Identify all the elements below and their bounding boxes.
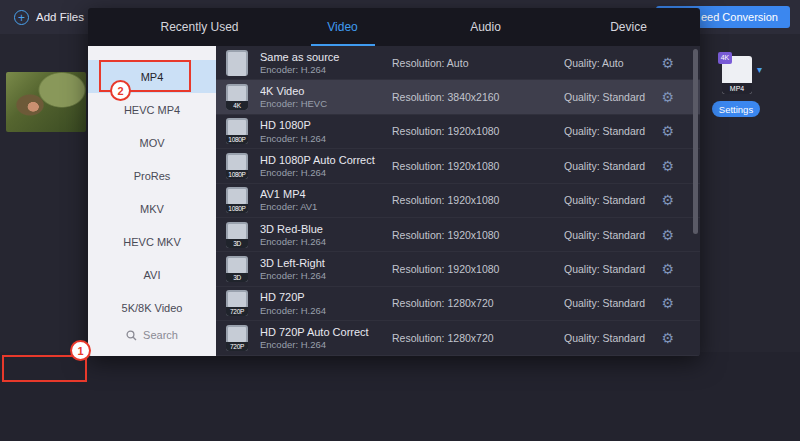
settings-button[interactable]: Settings [712,101,760,117]
video-format-icon [226,50,248,76]
search-icon [126,330,137,341]
preset-name-block: AV1 MP4 Encoder: AV1 [260,187,390,213]
preset-row[interactable]: 1080P HD 1080P Encoder: H.264 Resolution… [216,115,700,149]
add-files-label: Add Files [36,11,84,23]
format-badge: 1080P [226,170,248,179]
preset-encoder: Encoder: AV1 [260,201,390,213]
scrollbar-thumb[interactable] [693,49,698,234]
preset-settings-gear-icon[interactable]: ⚙ [661,123,674,139]
sidebar-item-5k-8k-video[interactable]: 5K/8K Video [88,291,216,324]
file-page-shape [228,327,246,342]
file-page-shape [228,86,246,101]
preset-encoder: Encoder: H.264 [260,236,390,248]
tab-audio[interactable]: Audio [414,8,557,46]
file-page-shape [228,155,246,170]
preset-row[interactable]: 1080P HD 1080P Auto Correct Encoder: H.2… [216,149,700,183]
preset-settings-gear-icon[interactable]: ⚙ [661,295,674,311]
preset-quality: Quality: Standard [564,332,645,344]
preset-resolution: Resolution: 1920x1080 [392,160,499,172]
preset-row[interactable]: 3D 3D Left-Right Encoder: H.264 Resoluti… [216,252,700,286]
preset-row[interactable]: Same as source Encoder: H.264 Resolution… [216,46,700,80]
preset-name-block: HD 1080P Encoder: H.264 [260,118,390,144]
preset-resolution: Resolution: 1280x720 [392,332,494,344]
preset-quality: Quality: Auto [564,57,624,69]
file-page-shape [228,292,246,307]
preset-settings-gear-icon[interactable]: ⚙ [661,227,674,243]
preset-name: 3D Left-Right [260,256,390,270]
preset-name-block: HD 720P Auto Correct Encoder: H.264 [260,325,390,351]
format-sidebar-list: MP4HEVC MP4MOVProResMKVHEVC MKVAVI5K/8K … [88,46,216,356]
preset-resolution: Resolution: 1280x720 [392,297,494,309]
format-badge: 720P [226,342,248,351]
preset-quality: Quality: Standard [564,91,645,103]
preset-name: HD 720P [260,290,390,304]
sidebar-item-mov[interactable]: MOV [88,126,216,159]
format-badge: 1080P [226,135,248,144]
file-page-shape [228,224,246,239]
preset-name-block: 4K Video Encoder: HEVC [260,84,390,110]
sidebar-item-prores[interactable]: ProRes [88,159,216,192]
preset-settings-gear-icon[interactable]: ⚙ [661,89,674,105]
preset-encoder: Encoder: H.264 [260,305,390,317]
preset-resolution: Resolution: 1920x1080 [392,229,499,241]
bottom-bar: Output Format: MP4 4K Video ▼ ⚙ Save to:… [0,352,800,441]
sidebar-item-hevc-mp4[interactable]: HEVC MP4 [88,93,216,126]
preset-settings-gear-icon[interactable]: ⚙ [661,55,674,71]
preset-quality: Quality: Standard [564,125,645,137]
preset-row[interactable]: 720P HD 720P Auto Correct Encoder: H.264… [216,321,700,355]
video-format-icon: 720P [226,290,248,316]
file-page-shape [228,52,246,76]
preset-quality: Quality: Standard [564,160,645,172]
video-format-icon: 1080P [226,187,248,213]
search-button[interactable]: Search [88,322,216,348]
preset-settings-gear-icon[interactable]: ⚙ [661,192,674,208]
preset-name: 3D Red-Blue [260,222,390,236]
preset-resolution: Resolution: 1920x1080 [392,263,499,275]
format-badge: 3D [226,239,248,248]
preset-name-block: Same as source Encoder: H.264 [260,50,390,76]
preset-quality: Quality: Standard [564,194,645,206]
preset-row[interactable]: 1080P AV1 MP4 Encoder: AV1 Resolution: 1… [216,184,700,218]
search-label: Search [143,329,178,341]
tab-video[interactable]: Video [271,8,414,46]
preset-encoder: Encoder: H.264 [260,270,390,282]
preset-quality: Quality: Standard [564,297,645,309]
preset-name: 4K Video [260,84,390,98]
preset-resolution: Resolution: Auto [392,57,468,69]
plus-icon: + [14,10,29,25]
preset-name: Same as source [260,50,390,64]
preset-settings-gear-icon[interactable]: ⚙ [661,158,674,174]
preset-resolution: Resolution: 1920x1080 [392,194,499,206]
format-type-label: MP4 [722,83,752,94]
tab-recently-used[interactable]: Recently Used [128,8,271,46]
preset-name: HD 1080P Auto Correct [260,153,390,167]
preset-name: AV1 MP4 [260,187,390,201]
sidebar-item-mp4[interactable]: MP4 [88,60,216,93]
dialog-body: MP4HEVC MP4MOVProResMKVHEVC MKVAVI5K/8K … [88,46,700,356]
video-thumbnail [6,72,86,132]
preset-quality: Quality: Standard [564,263,645,275]
preset-settings-gear-icon[interactable]: ⚙ [661,261,674,277]
preset-row[interactable]: 3D 3D Red-Blue Encoder: H.264 Resolution… [216,218,700,252]
dialog-tab-bar: Recently UsedVideoAudioDevice [88,8,700,46]
output-format-file-icon[interactable]: 4K MP4 [722,56,752,94]
video-format-icon: 1080P [226,118,248,144]
preset-row[interactable]: 4K 4K Video Encoder: HEVC Resolution: 38… [216,80,700,114]
preset-encoder: Encoder: H.264 [260,167,390,179]
preset-encoder: Encoder: HEVC [260,98,390,110]
add-files-button[interactable]: + Add Files ▾ [14,0,95,34]
format-badge: 720P [226,307,248,316]
sidebar-item-avi[interactable]: AVI [88,258,216,291]
chevron-down-icon[interactable]: ▾ [757,64,762,75]
preset-name-block: HD 1080P Auto Correct Encoder: H.264 [260,153,390,179]
app-window: + Add Files ▾ eed Conversion 4K MP4 ▾ Se… [0,0,800,441]
preset-name: HD 720P Auto Correct [260,325,390,339]
video-format-icon: 720P [226,325,248,351]
sidebar-item-mkv[interactable]: MKV [88,192,216,225]
preset-row[interactable]: 720P HD 720P Encoder: H.264 Resolution: … [216,287,700,321]
output-format-dialog: Recently UsedVideoAudioDevice MP4HEVC MP… [88,8,700,356]
sidebar-item-hevc-mkv[interactable]: HEVC MKV [88,225,216,258]
tab-device[interactable]: Device [557,8,700,46]
preset-settings-gear-icon[interactable]: ⚙ [661,330,674,346]
file-page-shape [228,120,246,135]
